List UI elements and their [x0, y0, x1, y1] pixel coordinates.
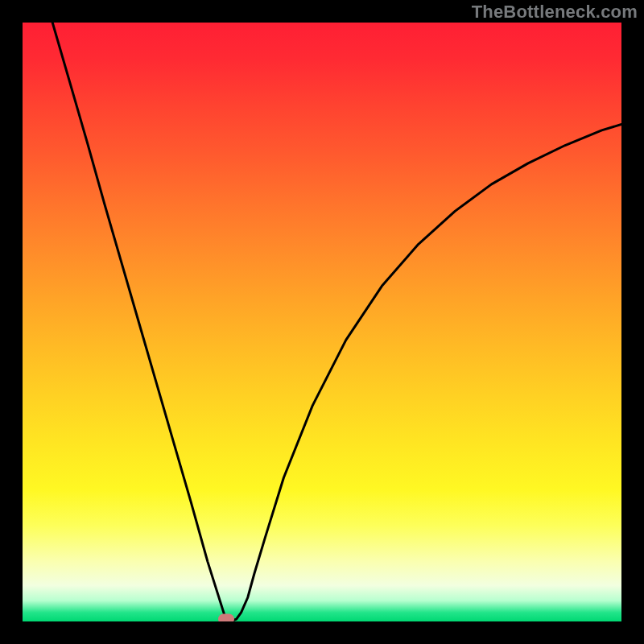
chart-frame: TheBottleneck.com — [0, 0, 644, 644]
curve-layer — [23, 23, 621, 621]
watermark-text: TheBottleneck.com — [472, 2, 638, 23]
bottleneck-curve — [52, 23, 621, 621]
plot-area — [23, 23, 621, 621]
optimal-point-marker — [218, 614, 234, 621]
